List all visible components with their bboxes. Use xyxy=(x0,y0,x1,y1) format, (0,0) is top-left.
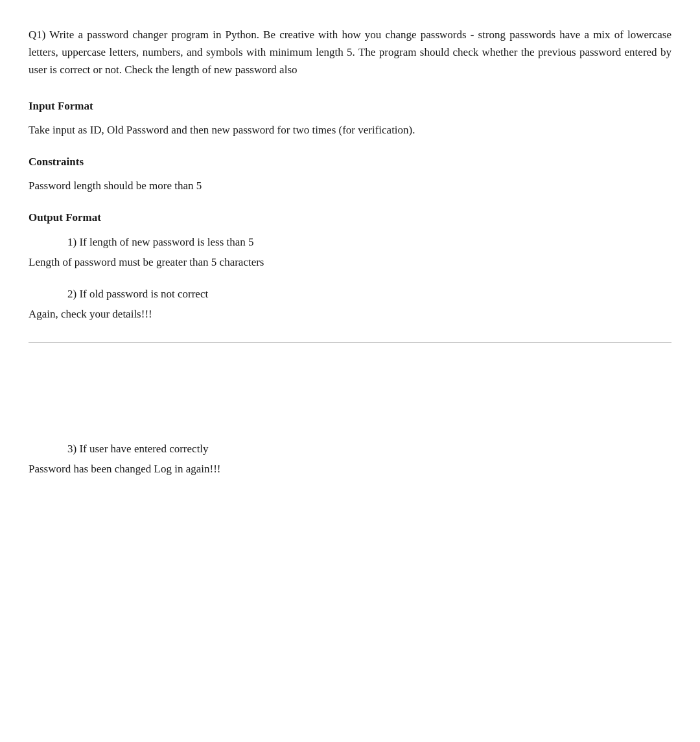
spacer-area xyxy=(29,362,671,440)
section-divider xyxy=(29,342,671,343)
input-format-heading: Input Format xyxy=(29,97,671,115)
output-item3-body: Password has been changed Log in again!!… xyxy=(29,460,671,478)
constraints-body: Password length should be more than 5 xyxy=(29,177,671,194)
output-item1-label: 1) If length of new password is less tha… xyxy=(29,233,671,251)
output-format-heading: Output Format xyxy=(29,209,671,226)
output-item2-label: 2) If old password is not correct xyxy=(29,285,671,303)
output-item1-body: Length of password must be greater than … xyxy=(29,253,671,271)
question-text: Q1) Write a password changer program in … xyxy=(29,26,671,79)
input-format-body: Take input as ID, Old Password and then … xyxy=(29,121,671,139)
output-item2-body: Again, check your details!!! xyxy=(29,305,671,323)
output-item3-label: 3) If user have entered correctly xyxy=(29,440,671,458)
constraints-heading: Constraints xyxy=(29,153,671,170)
